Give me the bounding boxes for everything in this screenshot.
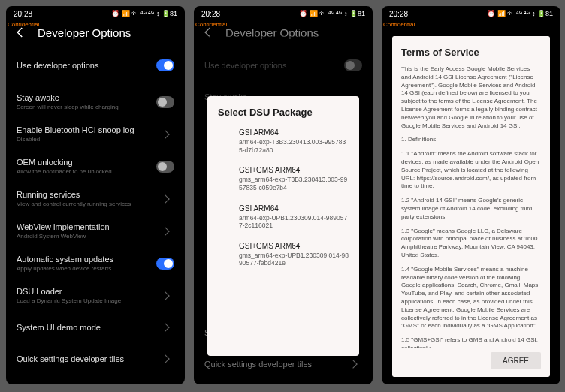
dsu-package-name: GSI ARM64 [239,204,349,213]
page-title: Developer Options [38,26,131,39]
tos-body: This is the Early Access Google Mobile S… [401,65,541,348]
tos-paragraph: 1.3 "Google" means Google LLC, a Delawar… [401,228,541,260]
row-subtitle: Android System WebView [17,233,156,240]
dsu-package-name: GSI ARM64 [239,128,349,137]
tos-paragraph: 1.5 "GMS+GSI" refers to GMS and Android … [401,336,541,348]
dsu-package-item[interactable]: GSI ARM64arm64-exp-UPB1.230309.014-98905… [218,204,349,230]
settings-row[interactable]: Automatic system updatesApply updates wh… [6,247,185,279]
confidential-label: Confidential [195,21,227,28]
row-subtitle: Allow the bootloader to be unlocked [17,168,156,175]
row-subtitle: Disabled [17,136,156,143]
dsu-package-name: GSI+GMS ARM64 [239,242,349,250]
dsu-package-id: arm64-exp-T3B3.230413.003-9957835-d7b72a… [239,138,349,154]
row-title: Running services [17,190,156,199]
dsu-package-item[interactable]: GSI ARM64arm64-exp-T3B3.230413.003-99578… [218,128,349,154]
row-title: Automatic system updates [17,255,156,264]
status-bar: 20:28 ⏰ 📶 ᯤ ⁴ᴳ ⁴ᴳ ↕ 🔋81 [194,6,373,21]
status-bar: 20:28 ⏰ 📶 ᯤ ⁴ᴳ ⁴ᴳ ↕ 🔋81 [6,6,185,21]
row-title: Stay awake [17,93,156,102]
chevron-icon [161,194,169,203]
tos-title: Terms of Service [401,47,541,58]
toggle[interactable] [156,96,174,108]
dsu-package-list: GSI ARM64arm64-exp-T3B3.230413.003-99578… [218,128,349,267]
confidential-label: Confidential [383,21,415,28]
status-icons: ⏰ 📶 ᯤ ⁴ᴳ ⁴ᴳ ↕ 🔋81 [111,10,177,17]
toggle[interactable] [156,161,174,173]
row-subtitle: Apply updates when device restarts [17,265,156,272]
chevron-icon [161,130,169,138]
status-icons: ⏰ 📶 ᯤ ⁴ᴳ ⁴ᴳ ↕ 🔋81 [487,10,553,17]
chevron-icon [349,360,357,368]
settings-row[interactable]: System UI demo mode [6,312,185,343]
status-time: 20:28 [389,10,408,18]
toggle[interactable] [156,59,174,71]
chevron-icon [161,354,169,363]
status-time: 20:28 [14,10,32,18]
row-title: Quick settings developer tiles [17,354,156,363]
status-icons: ⏰ 📶 ᯤ ⁴ᴳ ⁴ᴳ ↕ 🔋81 [299,10,365,17]
row-subtitle: View and control currently running servi… [17,201,156,207]
chevron-icon [161,323,169,331]
settings-row[interactable]: DSU LoaderLoad a Dynamic System Update I… [6,279,185,312]
settings-list: Use developer optionsStay awakeScreen wi… [6,47,185,378]
row-title: Quick settings developer tiles [204,360,344,369]
settings-row[interactable]: OEM unlockingAllow the bootloader to be … [6,150,185,182]
toggle[interactable] [156,258,174,270]
dsu-package-name: GSI+GMS ARM64 [239,166,349,174]
settings-row[interactable]: Enable Bluetooth HCI snoop logDisabled [6,118,185,150]
tos-paragraph: 1.2 "Android 14 GSI" means Google's gene… [401,197,541,221]
dialog-title: Select DSU Package [218,107,349,118]
settings-row[interactable]: Running servicesView and control current… [6,182,185,215]
tos-paragraph: 1. Definitions [401,136,541,144]
row-title: Enable Bluetooth HCI snoop log [17,125,156,134]
dialog-actions: AGREE [401,348,541,369]
tos-paragraph: 1.4 "Google Mobile Services" means a mac… [401,266,541,330]
row-title: WebView implementation [17,222,156,231]
dsu-package-id: gms_arm64-exp-UPB1.230309.014-9890577-fe… [239,252,349,267]
dsu-package-item[interactable]: GSI+GMS ARM64gms_arm64-exp-T3B3.230413.0… [218,166,349,191]
agree-button[interactable]: AGREE [491,352,541,369]
tos-sheet: Terms of Service This is the Early Acces… [392,36,550,377]
dsu-package-id: arm64-exp-UPB1.230309.014-9890577-2c1160… [239,214,349,230]
dsu-package-id: gms_arm64-exp-T3B3.230413.003-9957835-c0… [239,176,349,191]
row-title: System UI demo mode [17,323,156,332]
tos-paragraph: This is the Early Access Google Mobile S… [401,65,541,130]
settings-row[interactable]: Use developer options [6,50,185,81]
tos-paragraph: 1.1 "Android" means the Android software… [401,150,541,191]
phone-screen-3: 20:28 ⏰ 📶 ᯤ ⁴ᴳ ⁴ᴳ ↕ 🔋81 Confidential Ter… [382,6,560,384]
row-title: Use developer options [17,61,156,70]
row-title: DSU Loader [17,287,156,296]
phone-screen-1: 20:28 ⏰ 📶 ᯤ ⁴ᴳ ⁴ᴳ ↕ 🔋81 Confidential Dev… [6,6,185,384]
settings-row[interactable]: Stay awakeScreen will never sleep while … [6,86,185,118]
row-title: OEM unlocking [17,158,156,167]
chevron-icon [161,291,169,300]
status-bar: 20:28 ⏰ 📶 ᯤ ⁴ᴳ ⁴ᴳ ↕ 🔋81 [382,6,560,21]
phone-screen-2: 20:28 ⏰ 📶 ᯤ ⁴ᴳ ⁴ᴳ ↕ 🔋81 Confidential Dev… [194,6,373,384]
confidential-label: Confidential [8,21,39,28]
row-subtitle: Load a Dynamic System Update Image [17,297,156,304]
settings-row[interactable]: WebView implementationAndroid System Web… [6,215,185,247]
status-time: 20:28 [201,10,220,18]
dsu-dialog: Select DSU Package GSI ARM64arm64-exp-T3… [207,96,359,356]
settings-row[interactable]: Quick settings developer tiles [6,343,185,375]
dsu-package-item[interactable]: GSI+GMS ARM64gms_arm64-exp-UPB1.230309.0… [218,242,349,267]
row-subtitle: Screen will never sleep while charging [17,104,156,110]
chevron-icon [161,227,169,235]
